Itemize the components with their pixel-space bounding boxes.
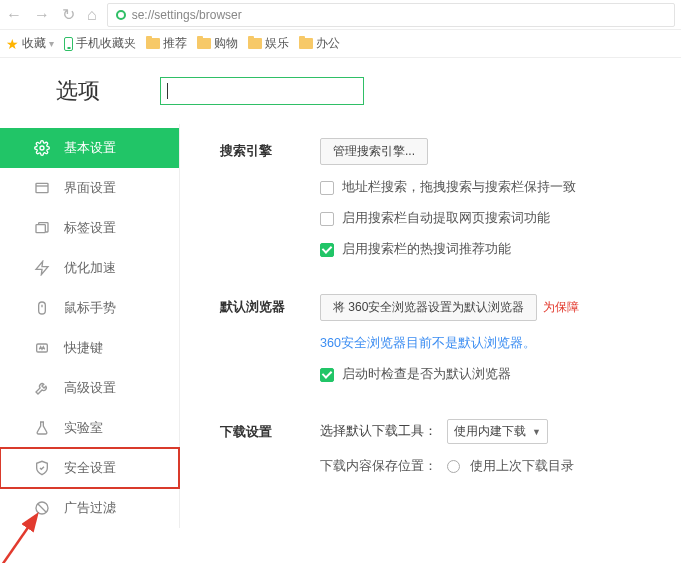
gear-icon	[34, 140, 50, 156]
section-title: 下载设置	[220, 419, 320, 475]
folder-icon	[146, 38, 160, 49]
svg-rect-1	[36, 183, 48, 192]
sidebar-item-lab[interactable]: 实验室	[0, 408, 179, 448]
bolt-icon	[34, 260, 50, 276]
annotation-arrow	[0, 510, 60, 563]
wrench-icon	[34, 380, 50, 396]
download-tool-label: 选择默认下载工具：	[320, 423, 437, 440]
url-text: se://settings/browser	[132, 8, 242, 22]
folder-icon	[248, 38, 262, 49]
manage-search-engines-button[interactable]: 管理搜索引擎...	[320, 138, 428, 165]
sidebar-item-label: 安全设置	[64, 459, 116, 477]
download-location-label: 下载内容保存位置：	[320, 458, 437, 475]
flask-icon	[34, 420, 50, 436]
svg-rect-5	[39, 302, 46, 314]
sidebar-item-basic[interactable]: 基本设置	[0, 128, 179, 168]
folder-icon	[299, 38, 313, 49]
checkbox-row[interactable]: 启用搜索栏自动提取网页搜索词功能	[320, 210, 681, 227]
checkbox-row[interactable]: 启动时检查是否为默认浏览器	[320, 366, 681, 383]
sidebar-item-label: 快捷键	[64, 339, 103, 357]
sidebar-item-label: 界面设置	[64, 179, 116, 197]
key-icon	[34, 340, 50, 356]
warning-text: 为保障	[543, 299, 579, 316]
checkbox-checked[interactable]	[320, 368, 334, 382]
select-value: 使用内建下载	[454, 423, 526, 440]
text-cursor	[167, 83, 168, 99]
radio-label: 使用上次下载目录	[470, 458, 574, 475]
svg-line-11	[2, 516, 36, 563]
home-icon[interactable]: ⌂	[87, 6, 97, 24]
section-default-browser: 默认浏览器 将 360安全浏览器设置为默认浏览器 为保障 360安全浏览器目前不…	[220, 294, 681, 383]
folder-icon	[197, 38, 211, 49]
nav-buttons: ← → ↻ ⌂	[6, 5, 97, 24]
checkbox-label: 启用搜索栏自动提取网页搜索词功能	[342, 210, 550, 227]
bookmark-item[interactable]: 手机收藏夹	[64, 35, 136, 52]
settings-content: 搜索引擎 管理搜索引擎... 地址栏搜索，拖拽搜索与搜索栏保持一致 启用搜索栏自…	[180, 124, 681, 528]
back-icon[interactable]: ←	[6, 6, 22, 24]
checkbox-row[interactable]: 启用搜索栏的热搜词推荐功能	[320, 241, 681, 258]
checkbox-label: 启动时检查是否为默认浏览器	[342, 366, 511, 383]
fav-label: 收藏	[22, 35, 46, 52]
phone-icon	[64, 37, 73, 51]
sidebar-item-label: 标签设置	[64, 219, 116, 237]
svg-rect-3	[36, 225, 45, 233]
checkbox-label: 启用搜索栏的热搜词推荐功能	[342, 241, 511, 258]
svg-point-0	[40, 146, 44, 150]
section-search-engine: 搜索引擎 管理搜索引擎... 地址栏搜索，拖拽搜索与搜索栏保持一致 启用搜索栏自…	[220, 138, 681, 258]
sidebar-item-label: 高级设置	[64, 379, 116, 397]
sidebar-item-label: 基本设置	[64, 139, 116, 157]
browser-toolbar: ← → ↻ ⌂ se://settings/browser	[0, 0, 681, 30]
sidebar-item-ui[interactable]: 界面设置	[0, 168, 179, 208]
main-area: 基本设置 界面设置 标签设置 优化加速 鼠标手势	[0, 124, 681, 528]
sidebar-item-speed[interactable]: 优化加速	[0, 248, 179, 288]
bookmark-item[interactable]: 购物	[197, 35, 238, 52]
sidebar-item-label: 实验室	[64, 419, 103, 437]
chevron-down-icon: ▾	[49, 38, 54, 49]
sidebar-item-mouse[interactable]: 鼠标手势	[0, 288, 179, 328]
radio-unchecked[interactable]	[447, 460, 460, 473]
shield-icon	[34, 460, 50, 476]
section-title: 搜索引擎	[220, 138, 320, 258]
checkbox-checked[interactable]	[320, 243, 334, 257]
default-browser-status: 360安全浏览器目前不是默认浏览器。	[320, 335, 536, 352]
tabs-icon	[34, 220, 50, 236]
download-tool-select[interactable]: 使用内建下载 ▼	[447, 419, 548, 444]
bookmark-item[interactable]: 办公	[299, 35, 340, 52]
sidebar-item-label: 优化加速	[64, 259, 116, 277]
reload-icon[interactable]: ↻	[62, 5, 75, 24]
chevron-down-icon: ▼	[532, 427, 541, 437]
sidebar-item-advanced[interactable]: 高级设置	[0, 368, 179, 408]
star-icon: ★	[6, 36, 19, 52]
svg-marker-4	[36, 261, 48, 274]
settings-search-input[interactable]	[160, 77, 364, 105]
bookmark-item[interactable]: 推荐	[146, 35, 187, 52]
mouse-icon	[34, 300, 50, 316]
section-title: 默认浏览器	[220, 294, 320, 383]
window-icon	[34, 180, 50, 196]
secure-icon	[116, 10, 126, 20]
sidebar-item-tabs[interactable]: 标签设置	[0, 208, 179, 248]
page-header: 选项	[0, 58, 681, 124]
section-download: 下载设置 选择默认下载工具： 使用内建下载 ▼ 下载内容保存位置： 使用上次下载…	[220, 419, 681, 475]
address-bar[interactable]: se://settings/browser	[107, 3, 675, 27]
bookmark-item[interactable]: 娱乐	[248, 35, 289, 52]
sidebar-item-label: 广告过滤	[64, 499, 116, 517]
checkbox-unchecked[interactable]	[320, 212, 334, 226]
forward-icon[interactable]: →	[34, 6, 50, 24]
sidebar-item-shortcut[interactable]: 快捷键	[0, 328, 179, 368]
checkbox-row[interactable]: 地址栏搜索，拖拽搜索与搜索栏保持一致	[320, 179, 681, 196]
page-title: 选项	[56, 76, 100, 106]
settings-sidebar: 基本设置 界面设置 标签设置 优化加速 鼠标手势	[0, 124, 180, 528]
set-default-browser-button[interactable]: 将 360安全浏览器设置为默认浏览器	[320, 294, 537, 321]
sidebar-item-security[interactable]: 安全设置	[0, 448, 179, 488]
bookmark-bar: ★ 收藏 ▾ 手机收藏夹 推荐 购物 娱乐 办公	[0, 30, 681, 58]
checkbox-unchecked[interactable]	[320, 181, 334, 195]
favorites-button[interactable]: ★ 收藏 ▾	[6, 35, 54, 52]
sidebar-item-label: 鼠标手势	[64, 299, 116, 317]
checkbox-label: 地址栏搜索，拖拽搜索与搜索栏保持一致	[342, 179, 576, 196]
